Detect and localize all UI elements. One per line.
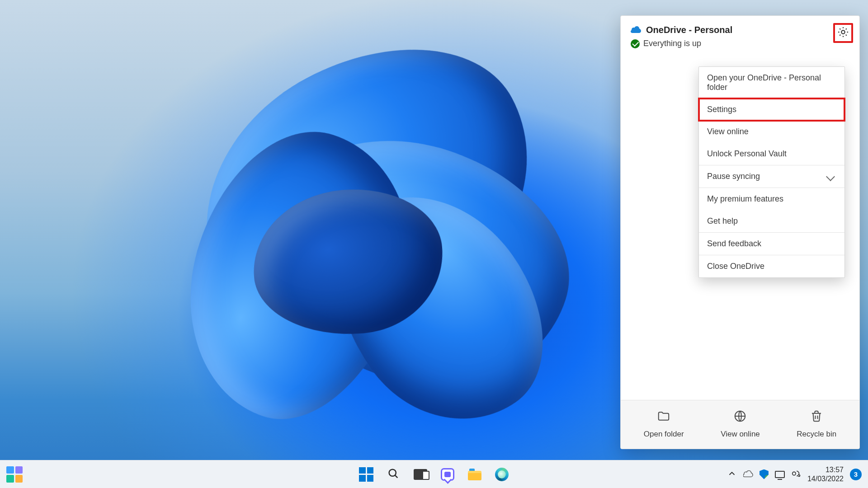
svg-point-0	[841, 30, 844, 33]
taskbar-center	[358, 466, 510, 483]
footer-open-folder-label: Open folder	[644, 430, 684, 439]
svg-point-3	[793, 472, 796, 475]
menu-close-onedrive[interactable]: Close OneDrive	[699, 255, 844, 277]
chevron-down-icon	[826, 172, 835, 181]
svg-point-2	[389, 469, 396, 476]
project-tray-icon[interactable]	[775, 471, 785, 478]
taskbar-date: 14/03/2022	[807, 474, 844, 483]
taskbar-right: 13:57 14/03/2022 3	[727, 465, 862, 483]
menu-get-help-label: Get help	[707, 216, 738, 226]
taskbar-time: 13:57	[826, 465, 844, 474]
chat-button[interactable]	[439, 466, 456, 483]
onedrive-cloud-icon	[631, 25, 642, 35]
menu-view-online-label: View online	[707, 127, 749, 136]
windows-logo-icon	[359, 467, 373, 482]
menu-premium-label: My premium features	[707, 194, 783, 204]
footer-recycle-bin[interactable]: Recycle bin	[797, 409, 836, 439]
menu-close-onedrive-label: Close OneDrive	[707, 262, 764, 271]
footer-view-online[interactable]: View online	[721, 409, 760, 439]
menu-open-folder[interactable]: Open your OneDrive - Personal folder	[699, 67, 844, 99]
footer-open-folder[interactable]: Open folder	[644, 409, 684, 439]
onedrive-header: OneDrive - Personal	[621, 16, 859, 38]
footer-recycle-bin-label: Recycle bin	[797, 430, 836, 439]
task-view-button[interactable]	[412, 466, 429, 483]
task-view-icon	[414, 469, 427, 480]
notification-center-button[interactable]: 3	[850, 469, 862, 480]
onedrive-status-row: Everything is up	[621, 38, 859, 53]
taskbar: 13:57 14/03/2022 3	[0, 460, 868, 488]
chat-icon	[441, 468, 454, 481]
file-explorer-icon	[468, 469, 481, 480]
settings-gear-button[interactable]	[833, 23, 853, 43]
menu-get-help[interactable]: Get help	[699, 210, 844, 232]
notification-count: 3	[854, 470, 858, 478]
menu-pause-syncing[interactable]: Pause syncing	[699, 165, 844, 188]
widgets-button[interactable]	[6, 466, 23, 483]
edge-button[interactable]	[494, 466, 510, 483]
trash-icon	[810, 409, 823, 425]
start-button[interactable]	[358, 466, 374, 483]
menu-premium[interactable]: My premium features	[699, 188, 844, 210]
file-explorer-button[interactable]	[467, 466, 483, 483]
onedrive-footer: Open folder View online Recycle bin	[621, 400, 859, 449]
security-tray-icon[interactable]	[760, 469, 769, 479]
menu-open-folder-label: Open your OneDrive - Personal folder	[707, 73, 836, 92]
menu-unlock-vault-label: Unlock Personal Vault	[707, 149, 787, 159]
onedrive-tray-icon[interactable]	[743, 469, 753, 480]
menu-settings[interactable]: Settings	[699, 99, 844, 121]
gear-icon	[837, 26, 849, 40]
onedrive-status-text: Everything is up	[643, 39, 701, 48]
system-tray[interactable]	[727, 469, 801, 480]
network-sound-tray-icon[interactable]	[791, 469, 801, 480]
search-icon	[387, 467, 400, 482]
search-button[interactable]	[385, 466, 401, 483]
menu-view-online[interactable]: View online	[699, 121, 844, 143]
edge-icon	[495, 468, 509, 481]
globe-icon	[733, 409, 747, 425]
menu-send-feedback-label: Send feedback	[707, 239, 761, 249]
menu-send-feedback[interactable]: Send feedback	[699, 233, 844, 255]
menu-pause-syncing-label: Pause syncing	[707, 172, 760, 181]
menu-unlock-vault[interactable]: Unlock Personal Vault	[699, 143, 844, 165]
onedrive-settings-menu: Open your OneDrive - Personal folder Set…	[698, 66, 845, 278]
status-check-icon	[631, 39, 640, 48]
onedrive-title: OneDrive - Personal	[646, 25, 732, 35]
onedrive-flyout: OneDrive - Personal Everything is up Ope…	[620, 15, 860, 449]
taskbar-clock[interactable]: 13:57 14/03/2022	[807, 465, 844, 483]
tray-overflow-icon[interactable]	[727, 469, 737, 480]
footer-view-online-label: View online	[721, 430, 760, 439]
menu-settings-label: Settings	[707, 105, 736, 114]
folder-icon	[657, 409, 670, 425]
